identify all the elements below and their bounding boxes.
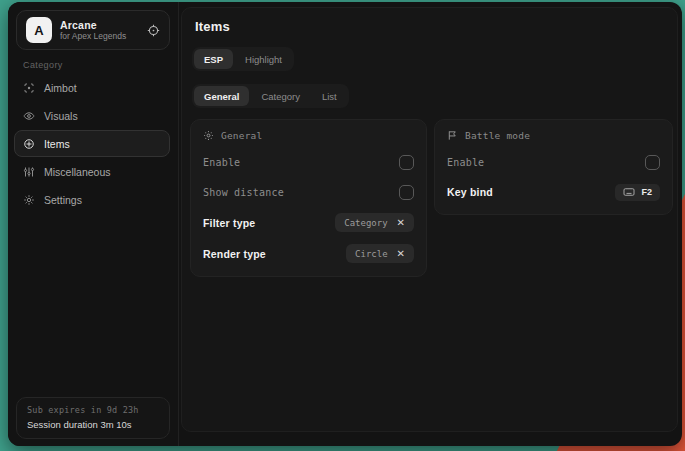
enable-checkbox[interactable] (399, 155, 414, 170)
flag-icon (447, 130, 458, 141)
sliders-icon (23, 166, 35, 178)
app-window: A Arcane for Apex Legends Category (8, 2, 682, 446)
sidebar-section-label: Category (23, 60, 63, 70)
setting-row-filter-type: Filter type Category ✕ (203, 213, 414, 232)
setting-label: Enable (447, 157, 484, 168)
mode-tabs: ESP Highlight (192, 47, 294, 71)
sidebar-item-label: Aimbot (44, 82, 77, 94)
app-header-card: A Arcane for Apex Legends (16, 10, 170, 50)
battle-card-header: Battle mode (447, 130, 660, 141)
sidebar-item-aimbot[interactable]: Aimbot (14, 74, 170, 101)
general-card-title: General (221, 130, 262, 141)
filter-type-value: Category (344, 218, 387, 228)
main-panel: Items ESP Highlight General Category Lis… (181, 7, 678, 432)
battle-enable-checkbox[interactable] (645, 155, 660, 170)
setting-label: Key bind (447, 186, 493, 198)
setting-label: Show distance (203, 187, 284, 198)
key-bind-button[interactable]: F2 (615, 184, 660, 201)
filter-type-select[interactable]: Category ✕ (335, 213, 414, 232)
setting-row-show-distance: Show distance (203, 183, 414, 201)
tab-general[interactable]: General (194, 86, 249, 106)
clear-icon[interactable]: ✕ (397, 249, 405, 259)
tab-list[interactable]: List (312, 86, 347, 106)
view-tabs: General Category List (192, 84, 349, 108)
general-card-header: General (203, 130, 414, 141)
tab-highlight[interactable]: Highlight (235, 49, 292, 69)
keyboard-icon (623, 186, 635, 198)
setting-row-enable: Enable (447, 153, 660, 171)
app-header-text: Arcane for Apex Legends (60, 19, 126, 42)
sidebar-item-label: Items (44, 138, 70, 150)
setting-row-key-bind: Key bind F2 (447, 183, 660, 201)
setting-row-render-type: Render type Circle ✕ (203, 244, 414, 263)
app-title: Arcane (60, 19, 126, 31)
clear-icon[interactable]: ✕ (397, 218, 405, 228)
item-target-icon (23, 138, 35, 150)
sidebar-item-miscellaneous[interactable]: Miscellaneous (14, 158, 170, 185)
eye-icon (23, 110, 35, 122)
gear-icon (23, 194, 35, 206)
sidebar-item-settings[interactable]: Settings (14, 186, 170, 213)
app-subtitle: for Apex Legends (60, 32, 126, 42)
battle-mode-card: Battle mode Enable Key bind (434, 119, 673, 215)
crosshair-icon (23, 82, 35, 94)
render-type-value: Circle (355, 249, 388, 259)
sidebar-item-items[interactable]: Items (14, 130, 170, 157)
sidebar: A Arcane for Apex Legends Category (8, 2, 179, 446)
sidebar-item-label: Miscellaneous (44, 166, 111, 178)
app-logo: A (26, 17, 52, 43)
session-duration-text: Session duration 3m 10s (27, 419, 159, 430)
sidebar-item-label: Settings (44, 194, 82, 206)
tab-esp[interactable]: ESP (194, 49, 233, 69)
sidebar-item-visuals[interactable]: Visuals (14, 102, 170, 129)
target-icon[interactable] (147, 24, 160, 37)
sidebar-nav: Aimbot Visuals Items (14, 74, 170, 213)
general-card: General Enable Show distance Filter type… (190, 119, 427, 277)
setting-row-enable: Enable (203, 153, 414, 171)
tab-category[interactable]: Category (251, 86, 310, 106)
render-type-select[interactable]: Circle ✕ (346, 244, 414, 263)
setting-label: Render type (203, 248, 266, 260)
page-title: Items (195, 19, 677, 34)
show-distance-checkbox[interactable] (399, 185, 414, 200)
subscription-info-card: Sub expires in 9d 23h Session duration 3… (16, 397, 170, 439)
setting-label: Enable (203, 157, 240, 168)
battle-card-title: Battle mode (465, 130, 530, 141)
sub-expiry-text: Sub expires in 9d 23h (27, 405, 159, 415)
sun-icon (203, 130, 214, 141)
setting-label: Filter type (203, 217, 255, 229)
key-bind-value: F2 (641, 187, 652, 197)
sidebar-item-label: Visuals (44, 110, 78, 122)
